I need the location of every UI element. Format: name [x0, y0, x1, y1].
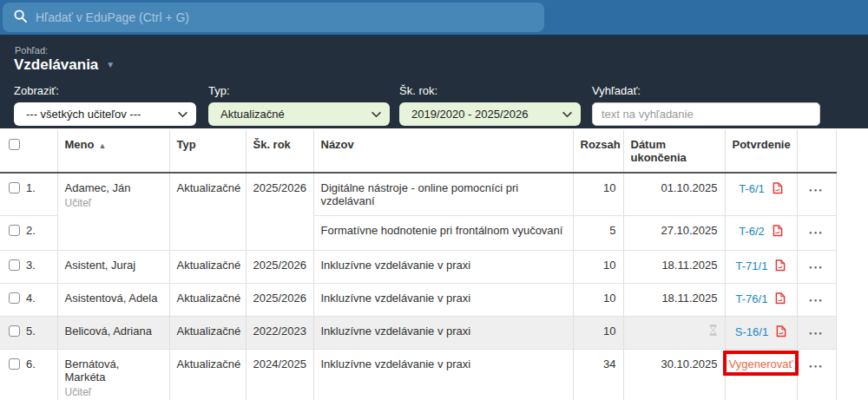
end-date: 27.10.2025	[623, 216, 725, 251]
table-row: 4. Asistentová, Adela Aktualizačné 2025/…	[0, 284, 836, 317]
search-icon	[14, 10, 27, 26]
training-type: Aktualizačné	[169, 251, 246, 284]
view-label: Pohľad:	[15, 45, 48, 56]
school-year: 2025/2026	[246, 251, 313, 284]
chevron-down-icon	[372, 108, 381, 121]
scope-value: 10	[573, 173, 623, 216]
table-row: 6. Bernátová, MarkétaUčiteľ Aktualizačné…	[0, 350, 836, 400]
row-menu-button[interactable]: ●●●	[809, 364, 824, 369]
filter-sk-rok-label: Šk. rok:	[399, 84, 581, 97]
global-search-input[interactable]	[36, 10, 544, 24]
type-select-value: Aktualizačné	[220, 108, 372, 121]
select-all-checkbox[interactable]	[9, 139, 20, 150]
teacher-name: Belicová, Adriana	[57, 317, 169, 350]
filter-vyhladat-label: Vyhľadať:	[592, 84, 820, 97]
teacher-name: Adamec, Ján	[65, 181, 162, 194]
row-checkbox[interactable]	[9, 225, 20, 236]
global-search-box[interactable]	[3, 3, 544, 32]
row-menu-button[interactable]: ●●●	[809, 298, 824, 303]
training-name: Formatívne hodnotenie pri frontálnom vyu…	[313, 216, 573, 251]
generate-confirmation-button[interactable]: Vygenerovať	[729, 357, 793, 370]
training-type: Aktualizačné	[169, 173, 246, 251]
teachers-select[interactable]: --- všetkých učiteľov ---	[14, 102, 196, 126]
end-date: 18.11.2025	[623, 284, 725, 317]
row-menu-button[interactable]: ●●●	[809, 187, 824, 193]
column-header-potvrdenie[interactable]: Potvrdenie	[725, 130, 797, 173]
school-year: 2025/2026	[246, 284, 313, 317]
training-name: Digitálne nástroje - online pomocníci pr…	[313, 173, 573, 216]
filter-sk-rok: Šk. rok: 2019/2020 - 2025/2026	[399, 84, 581, 126]
confirmation-link[interactable]: S-16/1	[735, 325, 768, 338]
pdf-icon[interactable]	[773, 182, 783, 197]
row-menu-button[interactable]: ●●●	[809, 230, 824, 235]
filter-typ-label: Typ:	[208, 84, 390, 97]
row-number: 6.	[26, 357, 36, 370]
training-type: Aktualizačné	[169, 317, 246, 350]
trainings-table: Meno▲ Typ Šk. rok Názov Rozsah Dátum uko…	[0, 130, 837, 400]
column-header-nazov[interactable]: Názov	[313, 130, 573, 173]
filter-zobrazit: Zobraziť: --- všetkých učiteľov ---	[14, 84, 196, 126]
pdf-icon[interactable]	[775, 259, 786, 274]
row-number: 2.	[26, 224, 36, 237]
training-name: Inkluzívne vzdelávanie v praxi	[313, 317, 573, 350]
confirmation-link[interactable]: T-6/2	[739, 225, 765, 238]
row-menu-button[interactable]: ●●●	[809, 331, 824, 336]
end-date: 18.11.2025	[623, 251, 725, 284]
page-header: Pohľad: Vzdelávania▼ Zobraziť: --- všetk…	[0, 35, 868, 128]
teachers-select-value: --- všetkých učiteľov ---	[26, 108, 178, 121]
hourglass-icon	[708, 325, 718, 338]
table-search-input[interactable]	[592, 102, 820, 126]
teacher-name: Asistentová, Adela	[57, 284, 169, 317]
confirmation-link[interactable]: T-6/1	[739, 182, 765, 195]
row-checkbox[interactable]	[9, 292, 20, 304]
school-year-select[interactable]: 2019/2020 - 2025/2026	[399, 102, 581, 126]
view-selector[interactable]: Vzdelávania▼	[14, 56, 115, 74]
scope-value: 5	[573, 216, 623, 251]
table-header-row: Meno▲ Typ Šk. rok Názov Rozsah Dátum uko…	[0, 130, 836, 173]
table-row: 1. Adamec, JánUčiteľ Aktualizačné 2025/2…	[0, 173, 836, 216]
top-bar	[0, 0, 868, 35]
row-checkbox[interactable]	[9, 259, 20, 271]
pdf-icon[interactable]	[776, 325, 786, 340]
column-header-actions	[797, 130, 836, 173]
row-menu-button[interactable]: ●●●	[809, 265, 824, 270]
filter-typ: Typ: Aktualizačné	[208, 84, 390, 126]
row-number: 4.	[26, 292, 36, 305]
column-header-meno[interactable]: Meno▲	[57, 130, 169, 173]
table-row: 5. Belicová, Adriana Aktualizačné 2022/2…	[0, 317, 836, 350]
confirmation-link[interactable]: T-76/1	[736, 292, 768, 305]
teacher-name: Asistent, Juraj	[57, 251, 169, 284]
chevron-down-icon	[562, 108, 572, 121]
training-name: Inkluzívne vzdelávanie v praxi	[313, 350, 573, 400]
training-name: Inkluzívne vzdelávanie v praxi	[313, 251, 573, 284]
view-title-text: Vzdelávania	[14, 56, 98, 73]
scope-value: 10	[573, 251, 623, 284]
column-header-sk-rok[interactable]: Šk. rok	[246, 130, 313, 173]
table-row: 3. Asistent, Juraj Aktualizačné 2025/202…	[0, 251, 836, 284]
chevron-down-icon	[178, 108, 187, 121]
teacher-role: Učiteľ	[65, 386, 162, 398]
filter-vyhladat: Vyhľadať:	[592, 84, 820, 126]
pdf-icon[interactable]	[775, 292, 786, 307]
type-select[interactable]: Aktualizačné	[208, 102, 390, 126]
training-type: Aktualizačné	[169, 350, 246, 400]
end-date: 01.10.2025	[623, 173, 725, 216]
column-header-rozsah[interactable]: Rozsah	[573, 130, 623, 173]
row-number: 3.	[26, 259, 36, 272]
column-header-typ[interactable]: Typ	[169, 130, 246, 173]
scope-value: 10	[573, 284, 623, 317]
school-year: 2022/2023	[246, 317, 313, 350]
end-date: 30.10.2025	[623, 350, 725, 400]
school-year-select-value: 2019/2020 - 2025/2026	[411, 108, 562, 121]
column-header-datum[interactable]: Dátum ukončenia	[623, 130, 725, 173]
teacher-name: Bernátová, Markéta	[65, 357, 162, 384]
school-year: 2025/2026	[246, 173, 313, 251]
sort-asc-icon: ▲	[98, 141, 106, 150]
confirmation-link[interactable]: T-71/1	[736, 259, 768, 272]
row-checkbox[interactable]	[9, 182, 20, 193]
row-checkbox[interactable]	[9, 325, 20, 337]
pdf-icon[interactable]	[773, 225, 783, 239]
teacher-role: Učiteľ	[65, 197, 162, 209]
row-checkbox[interactable]	[9, 358, 20, 370]
chevron-down-icon: ▼	[106, 60, 115, 69]
